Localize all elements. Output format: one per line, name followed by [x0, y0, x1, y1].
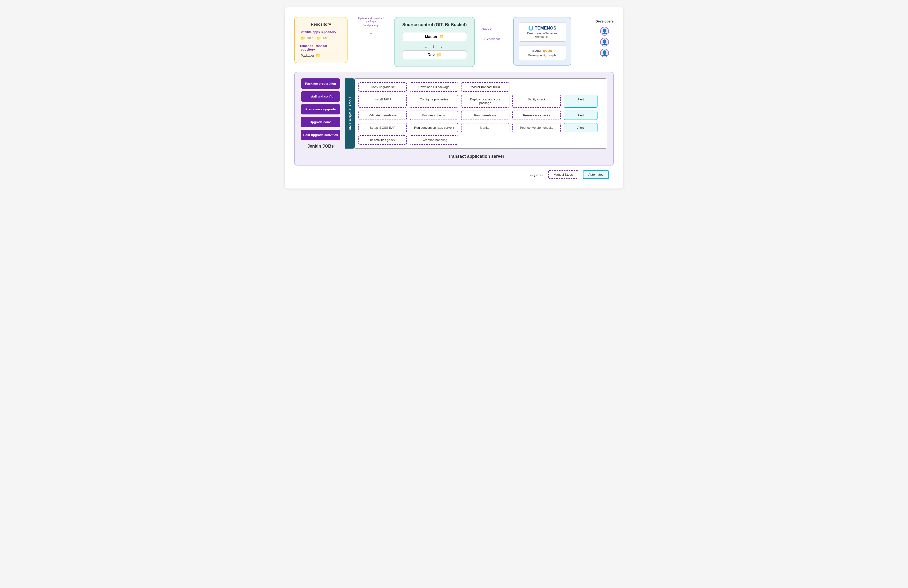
step-alert-3: Alert	[563, 123, 597, 132]
legend-manual-item: Manual Steps	[548, 170, 578, 179]
step-run-conversion: Run conversion (app server)	[410, 123, 458, 132]
step-pre-release-checks: Pre-release checks	[512, 111, 561, 120]
jenkins-section: Package preparation Install and config P…	[301, 78, 340, 159]
master-folder-icon: 📁	[439, 34, 444, 39]
ear-folder-icon: 📁	[316, 36, 321, 40]
step-db-activities: DB activities (index)	[358, 135, 407, 145]
legend-section: Legends Manual Steps Automated	[294, 170, 614, 179]
ear-file: 📁 .ear	[316, 36, 327, 40]
steps-row-4: DB activities (index) Exception handling	[358, 135, 603, 145]
steps-row-1: Install TAFJ Configure properties Deploy…	[358, 95, 603, 108]
step-run-pre: Run pre-release	[461, 111, 509, 120]
developer-avatar-3: 👤	[600, 48, 609, 57]
top-section: Repository Satellite apps repository 📁 .…	[294, 17, 614, 67]
update-label: Update and download package	[355, 17, 387, 23]
step-validate-pre: Validate pre-release	[358, 111, 407, 120]
down-arrow-repo: ↓	[370, 29, 372, 35]
step-setup-jboss: Setup jBOSS EAP	[358, 123, 407, 132]
jenkins-btn-1[interactable]: Install and config	[301, 91, 340, 101]
check-in-arrow: check in ←	[482, 27, 506, 32]
developers-title: Developers	[596, 19, 614, 23]
source-control-box: Source control (GIT, BitBucket) Master 📁…	[394, 17, 474, 67]
main-container: Repository Satellite apps repository 📁 .…	[285, 7, 623, 188]
steps-grid: Copy upgrade kit Download L3 package Mas…	[358, 82, 603, 145]
unix-bar-label: UNIX scripts/ DB tools	[345, 78, 355, 148]
tools-to-dev-arrows: ← ←	[579, 17, 588, 42]
steps-row-0: Copy upgrade kit Download L3 package Mas…	[358, 82, 603, 92]
dev-branch: Dev 📁	[402, 50, 467, 59]
sonar-tool: sonarqube Develop, edit, compile	[518, 45, 566, 60]
packages-folder-icon: 📁	[316, 53, 320, 58]
step-deploy-local: Deploy local and core package	[461, 95, 509, 108]
war-label: .war	[307, 36, 313, 40]
jenkins-buttons: Package preparation Install and config P…	[301, 78, 340, 140]
step-install-tafj: Install TAFJ	[358, 95, 407, 108]
master-label: Master	[425, 35, 438, 39]
legend-automated-item: Automated	[583, 170, 609, 179]
source-control-title: Source control (GIT, BitBucket)	[402, 22, 467, 27]
temenos-repo-title: Temenos Transact repository	[299, 44, 342, 51]
build-label: Build package	[363, 24, 380, 27]
dev-label: Dev	[428, 53, 435, 57]
unix-row: UNIX scripts/ DB tools Copy upgrade kit …	[345, 78, 607, 148]
tools-box: 🌐 TEMENOS Design studio/Temenos workbenc…	[513, 17, 572, 66]
left-arrow-checkin: ←	[494, 27, 498, 32]
developer-avatar-2: 👤	[600, 38, 609, 47]
arrow-to-dev-2: ←	[579, 37, 588, 42]
step-configure-props: Configure properties	[410, 95, 458, 108]
arrow-to-dev-1: ←	[579, 24, 588, 29]
steps-content: Copy upgrade kit Download L3 package Mas…	[355, 78, 607, 148]
dev-folder-icon: 📁	[436, 53, 441, 57]
steps-row-3: Setup jBOSS EAP Run conversion (app serv…	[358, 123, 603, 132]
temenos-sub: Design studio/Temenos workbench	[522, 32, 563, 39]
transact-title: Transact application server	[345, 154, 607, 159]
ear-label: .ear	[322, 36, 327, 40]
war-file: 📁 .war	[301, 36, 313, 40]
step-alert-2: Alert	[563, 111, 597, 120]
step-monitor: Monitor	[461, 123, 509, 132]
satellite-files: 📁 .war 📁 .ear	[299, 36, 342, 40]
step-exception-handling: Exception handling	[410, 135, 458, 145]
step-post-conversion: Post-conversion checks	[512, 123, 561, 132]
check-out-arrow: → check out	[482, 37, 506, 42]
repo-to-git-arrows: Update and download package Build packag…	[355, 17, 387, 40]
master-branch: Master 📁	[402, 32, 467, 41]
war-folder-icon: 📁	[301, 36, 306, 40]
packages-item: Packages 📁	[299, 53, 342, 58]
temenos-tool: 🌐 TEMENOS Design studio/Temenos workbenc…	[518, 22, 566, 42]
bottom-section: Package preparation Install and config P…	[294, 72, 614, 166]
repository-box: Repository Satellite apps repository 📁 .…	[294, 17, 348, 63]
jenkins-btn-3[interactable]: Upgrade conv.	[301, 117, 340, 127]
temenos-logo: 🌐 TEMENOS	[522, 26, 563, 31]
step-copy-upgrade: Copy upgrade kit	[358, 82, 407, 92]
repo-title: Repository	[299, 22, 342, 27]
legend-title: Legends	[530, 173, 544, 177]
step-alert-1: Alert	[563, 95, 597, 108]
jenkins-btn-2[interactable]: Pre-release upgrade	[301, 104, 340, 114]
step-download-l3: Download L3 package	[410, 82, 458, 92]
check-out-label: check out	[488, 37, 500, 41]
packages-label: Packages	[301, 54, 315, 57]
developer-avatar-1: 👤	[600, 27, 609, 35]
jenkins-title: Jenkin JOBs	[301, 144, 340, 149]
steps-row-2: Validate pre-release Business checks Run…	[358, 111, 603, 120]
step-business-checks: Business checks	[410, 111, 458, 120]
step-master-build: Master transact build	[461, 82, 509, 92]
transact-area: UNIX scripts/ DB tools Copy upgrade kit …	[345, 78, 607, 159]
jenkins-btn-4[interactable]: Post-upgrade activities	[301, 130, 340, 140]
checkin-checkout-arrows: check in ← → check out	[482, 17, 506, 42]
developers-section: Developers 👤 👤 👤	[596, 17, 614, 58]
check-in-label: check in	[482, 27, 493, 31]
right-arrow-checkout: →	[482, 37, 486, 42]
sonar-sub: Develop, edit, compile	[522, 54, 563, 57]
sonar-logo: sonarqube	[522, 48, 563, 53]
step-sanity-check: Sanity check	[512, 95, 561, 108]
satellite-title: Satellite apps repository	[299, 30, 342, 34]
jenkins-btn-0[interactable]: Package preparation	[301, 78, 340, 89]
branch-arrows: ↓ ↓ ↓	[402, 43, 467, 49]
